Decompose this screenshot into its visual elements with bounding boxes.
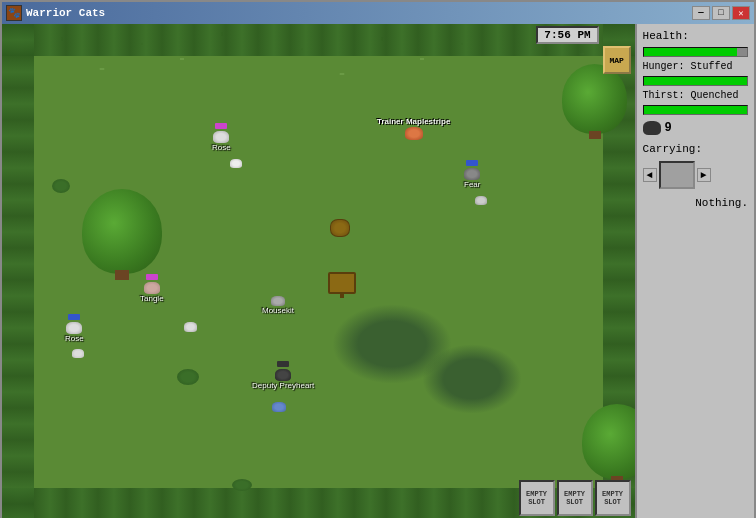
time-display: 7:56 PM (536, 26, 598, 44)
cat-icon-row: 9 (643, 121, 748, 135)
empty-slot-3[interactable]: EMPTYSLOT (595, 480, 631, 516)
cat-count: 9 (665, 121, 672, 135)
cat-rose-lower[interactable]: Rose (65, 322, 84, 343)
minimize-button[interactable]: — (692, 6, 710, 20)
health-label: Health: (643, 30, 748, 42)
game-viewport[interactable]: Trainer Maplestripe Rose (2, 24, 635, 518)
carry-next-button[interactable]: ► (697, 168, 711, 182)
cat-small-2[interactable] (475, 196, 487, 205)
window-icon: 🐾 (6, 5, 22, 21)
game-area: Trainer Maplestripe Rose (2, 24, 754, 518)
thirst-bar (644, 106, 747, 114)
cat-rose-upper[interactable]: Rose (212, 131, 231, 152)
title-bar: 🐾 Warrior Cats — □ ✕ (2, 2, 754, 24)
thirst-label: Thirst: Quenched (643, 90, 748, 101)
cat-deputy-preyheart[interactable]: Deputy Preyheart (252, 369, 314, 390)
cat-small-1[interactable] (230, 159, 242, 168)
time-hours: 7:56 (544, 29, 570, 41)
hunger-bar (644, 77, 747, 85)
game-window: 🐾 Warrior Cats — □ ✕ (0, 0, 756, 518)
window-title: Warrior Cats (26, 7, 105, 19)
hunger-label: Hunger: Stuffed (643, 61, 748, 72)
cat-mousekit[interactable]: Mousekit (262, 296, 294, 315)
bush-2 (232, 479, 252, 491)
thirst-bar-bg (643, 105, 748, 115)
player-cat-icon (643, 121, 661, 135)
time-period: PM (577, 29, 590, 41)
carry-slot (659, 161, 695, 189)
empty-slot-1[interactable]: EMPTYSLOT (519, 480, 555, 516)
tree-2 (562, 64, 627, 139)
tree-1 (82, 189, 162, 280)
health-bar (644, 48, 737, 56)
dark-patch-2 (422, 344, 522, 414)
nothing-text: Nothing. (643, 197, 748, 209)
maximize-button[interactable]: □ (712, 6, 730, 20)
empty-slot-2[interactable]: EMPTYSLOT (557, 480, 593, 516)
carry-arrows: ◄ ► (643, 161, 748, 189)
stump (330, 219, 350, 237)
cat-fear[interactable]: Fear (464, 168, 480, 189)
cat-trainer-maplestripe[interactable]: Trainer Maplestripe (377, 117, 450, 141)
cat-small-4[interactable] (72, 349, 84, 358)
cat-tangle[interactable]: Tangle (140, 282, 164, 303)
cat-small-5[interactable] (272, 402, 286, 412)
sign (328, 272, 356, 294)
rock-1 (177, 369, 199, 385)
border-left (2, 24, 34, 518)
carrying-label: Carrying: (643, 143, 748, 155)
health-bar-bg (643, 47, 748, 57)
hunger-bar-bg (643, 76, 748, 86)
empty-slots-container: EMPTYSLOT EMPTYSLOT EMPTYSLOT (519, 480, 631, 516)
close-button[interactable]: ✕ (732, 6, 750, 20)
cat-small-3[interactable] (184, 322, 197, 332)
bush-1 (52, 179, 70, 193)
carry-prev-button[interactable]: ◄ (643, 168, 657, 182)
right-panel: Health: Hunger: Stuffed Thirst: Quenched… (635, 24, 754, 518)
tree-3 (582, 404, 635, 485)
map-button[interactable]: MAP (603, 46, 631, 74)
